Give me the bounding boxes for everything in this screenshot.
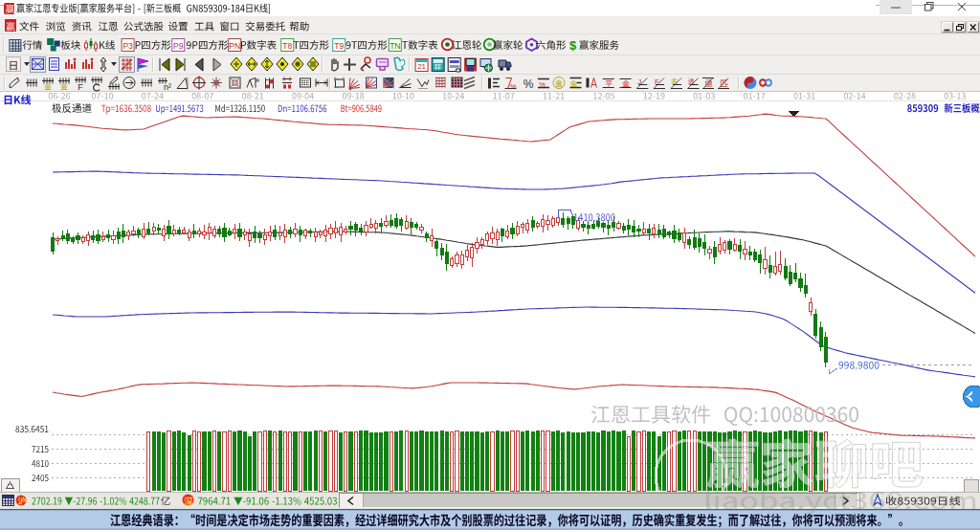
svg-text:n²: n² (164, 82, 171, 92)
svg-text:%: % (539, 80, 546, 89)
svg-text:PN: PN (229, 41, 240, 51)
svg-text:%: % (523, 77, 534, 91)
svg-text:P9: P9 (173, 41, 184, 51)
svg-text:F: F (655, 77, 659, 86)
svg-text:$: $ (569, 38, 577, 53)
svg-text:%: % (510, 82, 517, 91)
svg-text:P3: P3 (122, 41, 133, 51)
svg-text:T9: T9 (334, 41, 344, 51)
svg-text:T8: T8 (282, 41, 292, 51)
svg-text:J: J (637, 77, 641, 86)
svg-text:21: 21 (417, 62, 426, 71)
svg-text:F: F (78, 82, 83, 92)
svg-text:TN: TN (390, 41, 400, 51)
